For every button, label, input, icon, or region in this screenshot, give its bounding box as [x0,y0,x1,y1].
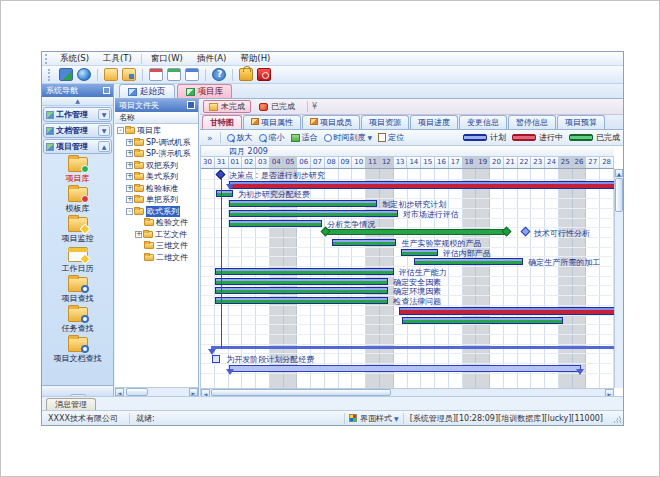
fit-button[interactable]: 适合 [288,131,321,144]
calendar-green-icon[interactable] [167,68,181,81]
calendar-red-icon[interactable] [149,68,163,81]
gantt-vscrollbar[interactable]: ▲ [614,169,623,388]
locate-button[interactable]: 定位 [375,131,407,144]
tree-pin-icon[interactable] [187,101,195,109]
tree-node-12[interactable]: 二维文件 [115,252,198,264]
filter-incomplete-button[interactable]: 未完成 [203,100,251,113]
gantt-tab-5[interactable]: 项目进度 [410,115,458,129]
sidebar-item-project-search[interactable]: 项目查找 [42,277,113,304]
doc-tab-1[interactable]: 起始页 [119,84,175,98]
task-note-icon[interactable] [212,355,220,363]
zoom-out-button[interactable]: 缩小 [256,131,288,144]
gantt-bar[interactable] [229,365,581,372]
panel-arrow-icon[interactable]: ▼ [98,125,110,136]
gantt-hscroll-thumb[interactable] [211,389,391,396]
tree-expander-icon[interactable]: - [126,208,133,215]
gantt-bar[interactable] [215,297,388,304]
gantt-bar[interactable] [229,210,398,217]
gantt-tab-3[interactable]: 项目成员 [302,115,360,129]
sidebar-panel-2[interactable]: 文档管理▼ [43,123,112,138]
gantt-bar[interactable] [229,220,323,227]
filter-complete-button[interactable]: 已完成 [254,100,300,113]
tree-node-7[interactable]: +单把系列 [115,194,198,206]
calendar-blue-icon[interactable] [185,68,199,81]
globe-icon[interactable] [77,68,91,81]
tree-node-11[interactable]: 三维文件 [115,240,198,252]
tree-expander-icon[interactable]: + [126,139,133,146]
folder-chart-icon[interactable] [122,68,136,81]
milestone-flag[interactable] [520,227,530,237]
panel-arrow-icon[interactable]: ▲ [98,141,110,152]
logout-icon[interactable] [257,68,271,81]
menu-item-2[interactable]: 工具(T) [96,52,139,65]
gantt-tab-6[interactable]: 变更信息 [459,115,507,129]
gantt-hscrollbar[interactable]: ◄ ► [201,388,614,396]
tree-scroll-right-icon[interactable]: ► [189,388,198,396]
tree-expander-icon[interactable]: + [126,173,133,180]
tree-node-1[interactable]: -项目库 [115,125,198,137]
sidebar-panel-3[interactable]: 项目管理▲ [43,139,112,154]
gantt-bar[interactable] [229,181,614,189]
tree-expander-icon[interactable]: + [126,196,133,203]
gantt-bar[interactable] [211,346,614,349]
ui-style-button[interactable]: 界面样式 ▼ [344,413,403,424]
monitor-icon[interactable] [59,68,73,81]
sidebar-item-work-calendar[interactable]: 工作日历 [42,247,113,274]
menubar-grip[interactable] [45,54,50,64]
tree-expander-icon[interactable]: + [126,162,133,169]
tree-node-9[interactable]: 检验文件 [115,217,198,229]
menu-item-4[interactable]: 插件(A) [190,52,233,65]
tree-scroll-thumb[interactable] [126,388,148,396]
zoom-in-button[interactable]: 放大 [224,131,256,144]
sidebar-item-task-search[interactable]: 任务查找 [42,307,113,334]
gantt-bar[interactable] [229,200,378,207]
tree-expander-icon[interactable]: + [126,185,133,192]
tree-node-5[interactable]: +美式系列 [115,171,198,183]
sidebar-item-project-library[interactable]: 项目库 [42,157,113,184]
gantt-scroll-up-icon[interactable]: ▲ [615,169,623,177]
time-scale-button[interactable]: 时间刻度▼ [321,131,376,144]
gantt-bar[interactable] [402,317,563,324]
gantt-bar[interactable] [332,239,397,246]
help-icon[interactable] [212,68,226,81]
tree-expander-icon[interactable]: - [117,127,124,134]
sidebar-item-project-monitor[interactable]: 项目监控 [42,217,113,244]
gantt-vscroll-thumb[interactable] [615,178,623,212]
panel-arrow-icon[interactable]: ▼ [98,109,110,120]
tree-node-6[interactable]: +检验标准 [115,183,198,195]
sidebar-panel-1[interactable]: 工作管理▼ [43,107,112,122]
gantt-bar[interactable] [215,278,388,285]
tree-hscrollbar[interactable]: ◄ ► [115,387,198,396]
tree-node-3[interactable]: +SP-演示机系 [115,148,198,160]
folder-open-icon[interactable] [104,68,118,81]
gantt-bar[interactable] [414,258,523,265]
lock-icon[interactable] [239,68,253,81]
tree-node-8[interactable]: -欧式系列 [115,206,198,218]
sidebar-pin-icon[interactable] [103,87,110,94]
gantt-bar[interactable] [325,229,507,235]
gantt-tab-2[interactable]: 项目属性 [243,115,301,129]
tree-node-2[interactable]: +SP-调试机系 [115,137,198,149]
tree-expander-icon[interactable]: + [135,231,142,238]
gantt-tab-1[interactable]: 甘特图 [202,115,242,129]
tree-node-10[interactable]: +工艺文件 [115,229,198,241]
gantt-tab-7[interactable]: 暂停信息 [508,115,556,129]
tree-scroll-left-icon[interactable]: ◄ [115,388,124,396]
gantt-bar[interactable] [399,307,614,315]
menu-item-1[interactable]: 系统(S) [53,52,96,65]
tree-expander-icon[interactable]: + [126,150,133,157]
tree-node-4[interactable]: +双把系列 [115,160,198,172]
sidebar-scroll-up[interactable]: ▲ [42,97,113,106]
gantt-tab-8[interactable]: 项目预算 [557,115,605,129]
toolbar-grip[interactable] [48,69,53,81]
gantt-tab-4[interactable]: 项目资源 [361,115,409,129]
filter-more-button[interactable]: ¥ [312,102,317,111]
sidebar-item-project-doc-search[interactable]: 项目文档查找 [42,337,113,364]
gantt-bar[interactable] [216,190,233,197]
toolbar-overflow-icon[interactable]: » [207,133,213,143]
sidebar-item-template-library[interactable]: 模板库 [42,187,113,214]
resize-grip[interactable] [611,413,621,423]
gantt-bar[interactable] [215,287,388,294]
menu-item-3[interactable]: 窗口(W) [144,52,190,65]
gantt-bar[interactable] [215,268,394,275]
